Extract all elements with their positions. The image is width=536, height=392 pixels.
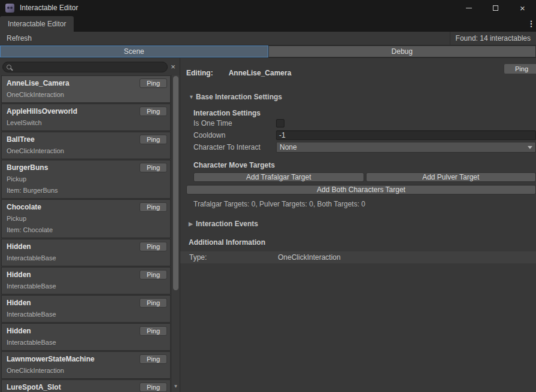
character-to-interact-dropdown[interactable]: None	[276, 142, 536, 153]
interaction-settings-header: Interaction Settings	[193, 109, 536, 117]
titlebar: Interactable Editor ×	[0, 0, 536, 16]
is-one-time-row: Is One Time	[193, 117, 536, 129]
move-targets-header: Character Move Targets	[193, 161, 536, 169]
item-subtitle: Item: BurgerBuns	[7, 187, 166, 195]
item-lines: PickupItem: Chocolate	[7, 215, 166, 234]
item-lines: PickupItem: BurgerBuns	[7, 175, 166, 195]
minimize-icon	[466, 8, 472, 8]
character-to-interact-row: Character To Interact None	[193, 141, 536, 153]
is-one-time-checkbox[interactable]	[276, 119, 284, 127]
type-label: Type:	[189, 253, 278, 262]
base-settings-section: Interaction Settings Is One Time Cooldow…	[193, 109, 536, 208]
character-to-interact-label: Character To Interact	[193, 143, 276, 151]
item-lines: OneClickInteraction	[7, 147, 166, 155]
interaction-events-foldout[interactable]: ▶ Interaction Events	[189, 220, 536, 228]
add-trafalgar-target-button[interactable]: Add Trafalgar Target	[193, 172, 364, 182]
close-button[interactable]: ×	[509, 0, 536, 16]
list-item[interactable]: BurgerBuns Ping PickupItem: BurgerBuns	[1, 160, 171, 199]
cooldown-label: Cooldown	[193, 131, 276, 139]
cooldown-row: Cooldown	[193, 129, 536, 141]
additional-information-header: Additional Information	[189, 238, 536, 247]
window-menu-icon[interactable]: ⋮	[526, 16, 536, 32]
app-icon	[5, 4, 14, 13]
item-subtitle: InteractableBase	[7, 311, 166, 318]
item-subtitle: InteractableBase	[7, 254, 166, 262]
item-ping-button[interactable]: Ping	[140, 107, 167, 116]
item-subtitle: InteractableBase	[7, 282, 166, 290]
item-lines: OneClickInteraction	[7, 91, 166, 99]
editing-row: Editing: AnneLise_Camera	[186, 67, 536, 79]
refresh-button[interactable]: Refresh	[0, 32, 38, 45]
item-ping-button[interactable]: Ping	[140, 163, 167, 172]
list-item[interactable]: Hidden Ping InteractableBase	[1, 239, 171, 266]
item-lines: LevelSwitch	[7, 119, 166, 127]
inspector-panel: Editing: AnneLise_Camera Ping ▼ Base Int…	[180, 58, 536, 392]
cooldown-input[interactable]	[276, 130, 536, 140]
list-item[interactable]: LawnmowerStateMachine Ping OneClickInter…	[1, 351, 171, 379]
item-ping-button[interactable]: Ping	[140, 354, 167, 364]
interactable-list: AnneLise_Camera Ping OneClickInteraction…	[0, 75, 171, 392]
item-subtitle: OneClickInteraction	[7, 367, 166, 375]
maximize-icon	[493, 5, 498, 11]
list-scrollbar[interactable]: ▼	[171, 75, 180, 392]
is-one-time-label: Is One Time	[193, 119, 276, 127]
content-area: × AnneLise_Camera Ping OneClickInteracti…	[0, 58, 536, 392]
search-clear-button[interactable]: ×	[168, 62, 178, 71]
item-lines: InteractableBase	[7, 254, 166, 262]
search-field[interactable]	[2, 62, 168, 72]
editing-label: Editing:	[186, 69, 213, 77]
list-item[interactable]: Hidden Ping InteractableBase	[1, 323, 171, 351]
close-icon: ×	[520, 4, 525, 13]
item-subtitle: OneClickInteraction	[7, 91, 166, 99]
tab-interactable-editor[interactable]: Interactable Editor	[0, 16, 74, 32]
editor-tab-strip: Interactable Editor ⋮	[0, 16, 536, 32]
tab-scene[interactable]: Scene	[0, 45, 268, 57]
search-row: ×	[0, 58, 180, 75]
target-buttons-row: Add Trafalgar Target Add Pulver Target	[193, 172, 536, 182]
list-item[interactable]: Hidden Ping InteractableBase	[1, 295, 171, 323]
list-item[interactable]: Chocolate Ping PickupItem: Chocolate	[1, 199, 171, 238]
type-value: OneClickInteraction	[278, 253, 341, 262]
item-ping-button[interactable]: Ping	[140, 298, 167, 308]
item-subtitle: Pickup	[7, 215, 166, 223]
item-ping-button[interactable]: Ping	[140, 326, 167, 336]
list-item[interactable]: BallTree Ping OneClickInteraction	[1, 132, 171, 159]
item-subtitle: InteractableBase	[7, 339, 166, 347]
list-item[interactable]: AppleHillsOverworld Ping LevelSwitch	[1, 104, 171, 131]
add-both-characters-target-button[interactable]: Add Both Characters Target	[186, 185, 536, 195]
item-lines: InteractableBase	[7, 339, 166, 347]
scene-list-panel: × AnneLise_Camera Ping OneClickInteracti…	[0, 58, 180, 392]
tab-debug[interactable]: Debug	[268, 45, 536, 57]
add-pulver-target-button[interactable]: Add Pulver Target	[366, 172, 536, 182]
editing-value: AnneLise_Camera	[229, 69, 292, 77]
item-lines: InteractableBase	[7, 282, 166, 290]
editing-ping-button[interactable]: Ping	[504, 63, 536, 74]
list-item[interactable]: LureSpotA_Slot Ping	[1, 379, 171, 392]
found-count-label: Found: 14 interactables	[450, 32, 536, 45]
item-ping-button[interactable]: Ping	[140, 78, 167, 88]
chevron-down-icon	[528, 146, 532, 149]
window-controls: ×	[455, 0, 536, 16]
minimize-button[interactable]	[455, 0, 482, 16]
list-item[interactable]: AnneLise_Camera Ping OneClickInteraction	[1, 75, 171, 103]
scroll-down-icon[interactable]: ▼	[172, 384, 180, 389]
item-subtitle: OneClickInteraction	[7, 147, 166, 155]
list-zone: AnneLise_Camera Ping OneClickInteraction…	[0, 75, 180, 392]
search-input[interactable]	[14, 63, 163, 71]
item-subtitle: LevelSwitch	[7, 119, 166, 127]
item-ping-button[interactable]: Ping	[140, 135, 167, 144]
item-ping-button[interactable]: Ping	[140, 270, 167, 279]
base-settings-foldout[interactable]: ▼ Base Interaction Settings	[189, 93, 536, 101]
interaction-events-foldout-label: Interaction Events	[196, 220, 258, 228]
item-ping-button[interactable]: Ping	[140, 202, 167, 212]
list-item[interactable]: Hidden Ping InteractableBase	[1, 267, 171, 294]
item-subtitle: Pickup	[7, 175, 166, 183]
item-ping-button[interactable]: Ping	[140, 382, 167, 392]
item-ping-button[interactable]: Ping	[140, 242, 167, 251]
item-lines: InteractableBase	[7, 311, 166, 318]
item-subtitle: Item: Chocolate	[7, 226, 166, 234]
maximize-button[interactable]	[482, 0, 509, 16]
view-tabs: Scene Debug	[0, 45, 536, 58]
scrollbar-thumb[interactable]	[173, 76, 178, 290]
toolbar: Refresh Found: 14 interactables	[0, 32, 536, 45]
